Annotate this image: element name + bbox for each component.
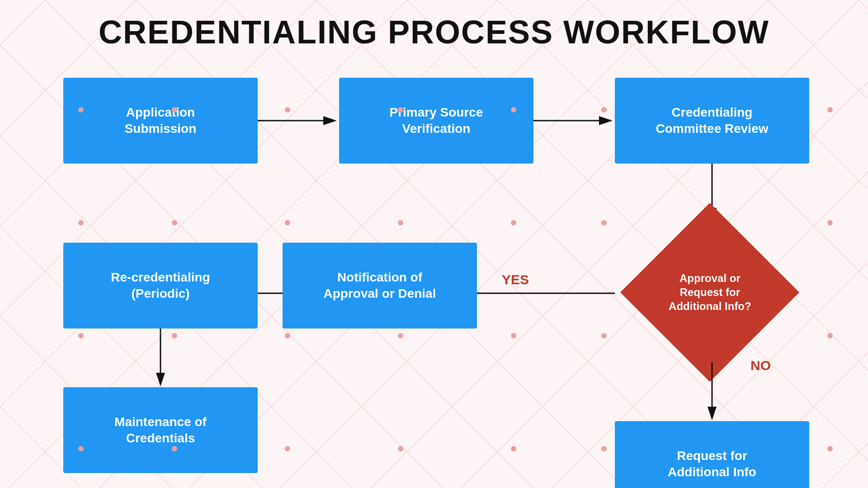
page-title: CREDENTIALING PROCESS WORKFLOW <box>99 14 769 51</box>
diamond-label: Approval orRequest forAdditional Info? <box>669 271 751 314</box>
recredentialing-label: Re-credentialing(Periodic) <box>111 269 210 302</box>
arrow-primary-to-committee <box>533 112 615 130</box>
arrow-app-to-primary <box>258 112 339 130</box>
recredentialing-box: Re-credentialing(Periodic) <box>63 243 258 328</box>
notification-box: Notification ofApproval or Denial <box>283 243 477 328</box>
arrow-recred-to-maintenance <box>151 328 170 387</box>
committee-review-box: CredentialingCommittee Review <box>615 78 809 164</box>
request-info-box: Request forAdditional Info <box>615 421 809 488</box>
diamond-container: Approval orRequest forAdditional Info? <box>613 222 807 362</box>
primary-source-label: Primary SourceVerification <box>390 104 483 137</box>
notification-label: Notification ofApproval or Denial <box>324 269 436 302</box>
application-submission-box: ApplicationSubmission <box>63 78 258 164</box>
arrow-diamond-to-request <box>703 362 721 421</box>
diamond-shape: Approval orRequest forAdditional Info? <box>620 203 799 382</box>
svg-marker-4 <box>599 116 613 125</box>
svg-marker-14 <box>708 407 717 420</box>
svg-marker-2 <box>323 116 337 125</box>
request-info-label: Request forAdditional Info <box>668 448 756 481</box>
application-submission-label: ApplicationSubmission <box>125 104 197 137</box>
maintenance-label: Maintenance ofCredentials <box>114 414 207 447</box>
no-label: NO <box>750 358 771 373</box>
workflow-area: ApplicationSubmission Primary SourceVeri… <box>27 69 841 474</box>
maintenance-box: Maintenance ofCredentials <box>63 387 258 473</box>
svg-marker-12 <box>156 373 165 386</box>
committee-review-label: CredentialingCommittee Review <box>656 104 769 137</box>
main-content: CREDENTIALING PROCESS WORKFLOW Applicati… <box>0 0 868 488</box>
primary-source-box: Primary SourceVerification <box>339 78 533 164</box>
